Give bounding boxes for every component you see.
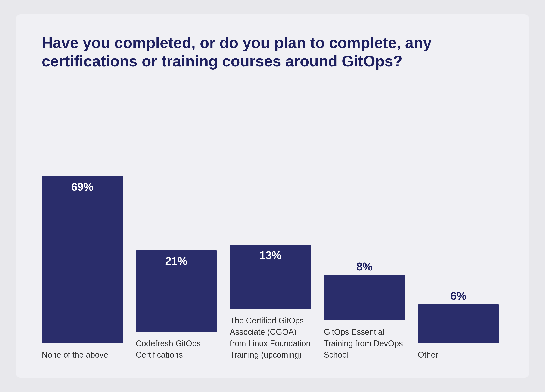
question-title: Have you completed, or do you plan to co… bbox=[42, 34, 448, 70]
bar-desc-cgoa: The Certified GitOps Associate (CGOA) fr… bbox=[230, 315, 311, 361]
bar-desc-none: None of the above bbox=[42, 349, 108, 361]
bar-codefresh: 21% bbox=[136, 250, 217, 331]
bar-desc-essential: GitOps Essential Training from DevOps Sc… bbox=[324, 326, 405, 361]
bar-wrapper-codefresh: 21% bbox=[136, 250, 217, 331]
bar-group-other: 6% Other bbox=[418, 304, 499, 361]
bar-wrapper-none: 69% bbox=[42, 176, 123, 343]
bar-label-outside-other: 6% bbox=[418, 289, 499, 302]
bar-cgoa: 13% bbox=[230, 244, 311, 309]
bar-label-outside-essential: 8% bbox=[324, 260, 405, 273]
bar-none: 69% bbox=[42, 176, 123, 343]
bar-group-none: 69% None of the above bbox=[42, 176, 123, 361]
bars-container: 69% None of the above 21% Codefresh GitO… bbox=[42, 168, 503, 361]
bar-wrapper-essential: 8% bbox=[324, 275, 405, 320]
bar-wrapper-cgoa: 13% bbox=[230, 244, 311, 309]
bar-desc-codefresh: Codefresh GitOps Certifications bbox=[136, 338, 217, 361]
bar-group-essential: 8% GitOps Essential Training from DevOps… bbox=[324, 275, 405, 361]
bar-group-codefresh: 21% Codefresh GitOps Certifications bbox=[136, 250, 217, 361]
bar-desc-other: Other bbox=[418, 349, 438, 361]
bar-wrapper-other: 6% bbox=[418, 304, 499, 343]
bar-label-codefresh: 21% bbox=[165, 255, 187, 268]
bar-group-cgoa: 13% The Certified GitOps Associate (CGOA… bbox=[230, 244, 311, 361]
bar-label-cgoa: 13% bbox=[259, 249, 281, 262]
main-card: Have you completed, or do you plan to co… bbox=[16, 14, 529, 378]
bar-label-none: 69% bbox=[71, 180, 93, 193]
chart-area: 69% None of the above 21% Codefresh GitO… bbox=[42, 88, 503, 361]
bar-other bbox=[418, 304, 499, 343]
bar-essential bbox=[324, 275, 405, 320]
